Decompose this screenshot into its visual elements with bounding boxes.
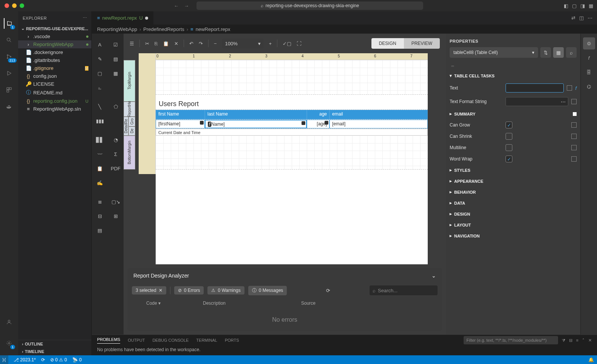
fieldlist-tab-icon[interactable]: 🗄 <box>583 66 595 78</box>
docker-icon[interactable] <box>4 101 14 112</box>
table-cell[interactable]: [email] <box>329 120 428 128</box>
categorize-icon[interactable]: ▦ <box>553 47 564 58</box>
collapse-icon[interactable]: ⌄ <box>432 273 436 279</box>
reset-icon[interactable] <box>571 156 577 162</box>
signature-tool-icon[interactable]: ✍ <box>92 176 108 190</box>
barcode-tool-icon[interactable]: ▮▮▮ <box>92 114 108 128</box>
zoom-select[interactable]: 100%▾ <box>222 39 264 48</box>
zoom-in-icon[interactable]: + <box>269 41 272 46</box>
band-label-bottommargin[interactable]: BottomMargin <box>124 136 135 170</box>
extensions-icon[interactable] <box>4 85 14 95</box>
properties-tab-icon[interactable]: ⚙ <box>583 37 595 49</box>
clipboard-tool-icon[interactable]: 📋 <box>92 161 108 176</box>
breadcrumb[interactable]: ReportingWebApp› PredefinedReports› ≡ ne… <box>92 25 597 34</box>
sort-icon[interactable]: ⇅ <box>540 47 551 58</box>
reportheader-band[interactable]: Users Report <box>156 95 428 110</box>
design-tab-button[interactable]: DESIGN <box>371 38 404 49</box>
panel-tool-icon[interactable]: ▢ <box>92 66 108 80</box>
sparkline-tool-icon[interactable]: 〰 <box>92 147 108 161</box>
reset-icon[interactable] <box>571 122 577 128</box>
sync-icon[interactable]: ⟳ <box>41 357 45 362</box>
errors-warnings[interactable]: ⊘ 0 ⚠ 0 <box>50 357 67 362</box>
gauge-tool-icon[interactable]: ◔ <box>108 133 124 147</box>
col-code[interactable]: Code ▾ <box>146 301 203 306</box>
reset-icon[interactable] <box>571 134 577 139</box>
section-behavior[interactable]: ▸BEHAVIOR <box>450 187 577 197</box>
layout-secondary-icon[interactable]: ◨ <box>580 3 585 9</box>
account-icon[interactable] <box>4 317 14 327</box>
expression-icon[interactable]: ⎓ <box>450 62 577 70</box>
col-source[interactable]: Source <box>301 301 316 306</box>
section-summary[interactable]: ▸SUMMARY <box>450 108 577 119</box>
tree-file[interactable]: 📄.dockerignore <box>18 48 91 56</box>
debug-icon[interactable] <box>4 68 14 79</box>
band-label-topmargin[interactable]: TopMargin <box>124 60 135 102</box>
collapse-all-icon[interactable]: ⊟ <box>569 338 572 343</box>
maximize-window[interactable] <box>20 3 24 8</box>
tree-file[interactable]: {}reporting.config.jsonU <box>18 97 91 105</box>
table-tool-icon[interactable]: ▦ <box>108 66 124 80</box>
element-selector[interactable]: tableCell8 (Table Cell)▾ <box>450 47 538 58</box>
band-label-group[interactable]: Gro <box>128 117 135 126</box>
output-tab[interactable]: OUTPUT <box>128 338 145 342</box>
picture-tool-icon[interactable]: ▧ <box>108 52 124 66</box>
layout-primary-icon[interactable]: ◧ <box>564 3 568 9</box>
pdf-tool-icon[interactable]: PDF <box>108 161 124 176</box>
tree-file[interactable]: {}config.json <box>18 72 91 80</box>
nav-back-icon[interactable]: ← <box>174 3 179 9</box>
table-header-cell[interactable]: first Name <box>156 110 205 119</box>
topmargin-band[interactable] <box>156 60 428 95</box>
messages-filter[interactable]: ⓘ0 Messages <box>248 286 287 295</box>
label-tool-icon[interactable]: A <box>92 37 108 52</box>
reportexplorer-tab-icon[interactable]: ⌬ <box>583 80 595 93</box>
tree-folder[interactable]: ›.vscode <box>18 32 91 40</box>
expression-icon[interactable]: f <box>575 85 577 91</box>
pagebreak-tool-icon[interactable]: ⊟ <box>92 209 108 223</box>
checkbox-tool-icon[interactable]: ☑ <box>108 37 124 52</box>
close-panel-icon[interactable]: ✕ <box>588 338 592 343</box>
multiline-checkbox[interactable] <box>506 144 512 151</box>
line-tool-icon[interactable]: ╲ <box>92 99 108 114</box>
section-data[interactable]: ▸DATA <box>450 197 577 208</box>
menu-icon[interactable]: ☰ <box>130 41 134 46</box>
outline-header[interactable]: ›OUTLINE <box>18 340 91 348</box>
refresh-icon[interactable]: ⟳ <box>326 288 330 293</box>
settings-gear-icon[interactable]: 1 <box>4 338 14 349</box>
toc-tool-icon[interactable]: ≣ <box>92 194 108 209</box>
minimize-window[interactable] <box>12 3 17 8</box>
tree-file[interactable]: 📄.gitattributes <box>18 56 91 64</box>
report-design-surface[interactable]: 01234567 Users Report first Name last Na… <box>156 53 428 264</box>
section-styles[interactable]: ▸STYLES <box>450 165 577 176</box>
preview-tab-button[interactable]: PREVIEW <box>404 38 440 49</box>
fullscreen-icon[interactable]: ⛶ <box>297 41 302 46</box>
maximize-panel-icon[interactable]: ˄ <box>582 338 585 343</box>
tree-folder[interactable]: ›ReportingWebApp <box>18 40 91 48</box>
tree-file[interactable]: 🔑LICENSE <box>18 80 91 88</box>
compare-icon[interactable]: ⇄ <box>571 15 575 21</box>
expressions-tab-icon[interactable]: f <box>583 52 595 64</box>
format-input[interactable]: ⋯ <box>506 97 568 106</box>
tree-file[interactable]: ≡ReportingWebApp.sln <box>18 105 91 113</box>
debug-console-tab[interactable]: DEBUG CONSOLE <box>152 338 189 342</box>
zoom-out-icon[interactable]: − <box>214 41 217 46</box>
warnings-filter[interactable]: ⚠0 Warnings <box>207 286 244 295</box>
table-cell[interactable]: ▢[firstName] <box>156 120 205 128</box>
groupheader-band[interactable]: first Name last Name age email <box>156 110 428 120</box>
project-header[interactable]: ⌄ REPORTING-USE-DEVEXPRE... <box>18 25 91 32</box>
canshrink-checkbox[interactable] <box>506 133 512 140</box>
command-center[interactable]: ⌕ reporting-use-devexpress-drawing-skia-… <box>196 2 423 10</box>
table-cell[interactable]: [age] <box>307 120 329 128</box>
section-appearance[interactable]: ▸APPEARANCE <box>450 176 577 187</box>
table-header-cell[interactable]: last Name <box>205 110 307 119</box>
shape-tool-icon[interactable]: ⬠ <box>108 99 124 114</box>
terminal-tab[interactable]: TERMINAL <box>196 338 217 342</box>
section-design[interactable]: ▸DESIGN <box>450 208 577 219</box>
band-label-reportheader[interactable]: ReportHe <box>124 102 135 117</box>
reset-icon[interactable] <box>571 145 577 150</box>
pageinfo-tool-icon[interactable]: ▢↘ <box>108 194 124 209</box>
customize-layout-icon[interactable]: ▦ <box>589 3 593 9</box>
explorer-icon[interactable]: 1 <box>4 18 14 29</box>
view-as-tree-icon[interactable]: ≡ <box>576 338 578 342</box>
problems-tab[interactable]: PROBLEMS <box>97 337 120 344</box>
table-header-cell[interactable]: email <box>329 110 428 119</box>
